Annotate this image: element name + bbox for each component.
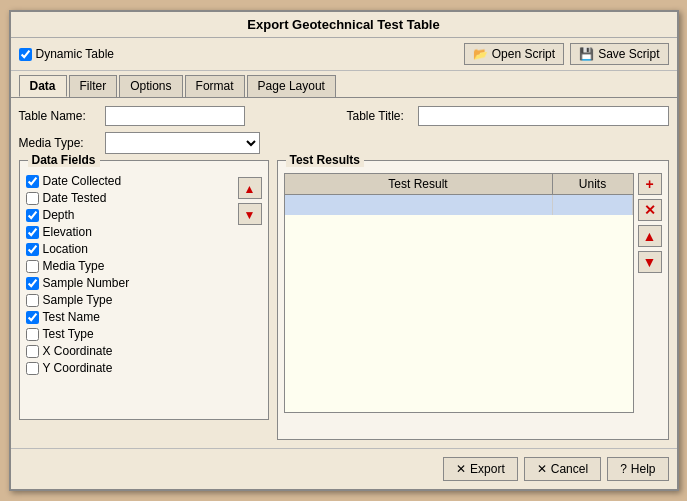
table-name-label: Table Name: (19, 109, 99, 123)
toolbar: Dynamic Table 📂 Open Script 💾 Save Scrip… (11, 38, 677, 71)
media-type-checkbox[interactable] (26, 260, 39, 273)
list-item[interactable]: Sample Number (26, 275, 234, 291)
tab-bar: Data Filter Options Format Page Layout (11, 71, 677, 98)
title-bar: Export Geotechnical Test Table (11, 12, 677, 38)
help-button[interactable]: ? Help (607, 457, 668, 481)
test-type-checkbox[interactable] (26, 328, 39, 341)
test-name-checkbox[interactable] (26, 311, 39, 324)
help-icon: ? (620, 462, 627, 476)
footer: ✕ Export ✕ Cancel ? Help (11, 448, 677, 489)
media-type-select[interactable] (105, 132, 260, 154)
location-checkbox[interactable] (26, 243, 39, 256)
dynamic-table-label[interactable]: Dynamic Table (19, 47, 114, 61)
toolbar-left: Dynamic Table (19, 47, 114, 61)
test-results-title: Test Results (286, 153, 364, 167)
folder-icon: 📂 (473, 47, 488, 61)
side-buttons: + ✕ ▲ ▼ (638, 173, 662, 413)
export-button[interactable]: ✕ Export (443, 457, 518, 481)
move-row-up-button[interactable]: ▲ (638, 225, 662, 247)
tab-data[interactable]: Data (19, 75, 67, 97)
col-units: Units (553, 174, 633, 194)
list-item[interactable]: Test Type (26, 326, 234, 342)
sample-type-checkbox[interactable] (26, 294, 39, 307)
results-area: Test Result Units + ✕ (284, 173, 662, 413)
dynamic-table-text: Dynamic Table (36, 47, 114, 61)
table-title-row: Table Title: (347, 106, 669, 126)
table-row[interactable] (285, 195, 633, 215)
main-window: Export Geotechnical Test Table Dynamic T… (9, 10, 679, 491)
data-fields-title: Data Fields (28, 153, 100, 167)
right-panel: Test Results Test Result Units (277, 160, 669, 440)
x-coordinate-checkbox[interactable] (26, 345, 39, 358)
save-script-button[interactable]: 💾 Save Script (570, 43, 668, 65)
table-body (285, 215, 633, 413)
tab-content: Table Name: Table Title: Media Type: Dat… (11, 98, 677, 448)
list-item[interactable]: Y Coordinate (26, 360, 234, 376)
open-script-label: Open Script (492, 47, 555, 61)
elevation-checkbox[interactable] (26, 226, 39, 239)
export-label: Export (470, 462, 505, 476)
list-item[interactable]: Media Type (26, 258, 234, 274)
cancel-icon: ✕ (537, 462, 547, 476)
tab-format[interactable]: Format (185, 75, 245, 97)
arrow-buttons (238, 173, 262, 376)
media-type-label: Media Type: (19, 136, 99, 150)
toolbar-right: 📂 Open Script 💾 Save Script (464, 43, 669, 65)
list-item[interactable]: X Coordinate (26, 343, 234, 359)
tab-page-layout[interactable]: Page Layout (247, 75, 336, 97)
dynamic-table-checkbox[interactable] (19, 48, 32, 61)
window-title: Export Geotechnical Test Table (247, 17, 439, 32)
table-header: Test Result Units (285, 174, 633, 195)
sample-number-checkbox[interactable] (26, 277, 39, 290)
table-name-input[interactable] (105, 106, 245, 126)
tab-options[interactable]: Options (119, 75, 182, 97)
date-tested-checkbox[interactable] (26, 192, 39, 205)
list-item[interactable]: Sample Type (26, 292, 234, 308)
top-form-row: Table Name: Table Title: (19, 106, 669, 126)
list-item[interactable]: Date Collected (26, 173, 234, 189)
move-down-button[interactable] (238, 203, 262, 225)
cancel-button[interactable]: ✕ Cancel (524, 457, 601, 481)
list-item[interactable]: Date Tested (26, 190, 234, 206)
help-label: Help (631, 462, 656, 476)
add-row-button[interactable]: + (638, 173, 662, 195)
cell-test-result (285, 195, 553, 215)
save-script-label: Save Script (598, 47, 659, 61)
move-row-down-button[interactable]: ▼ (638, 251, 662, 273)
y-coordinate-checkbox[interactable] (26, 362, 39, 375)
tab-filter[interactable]: Filter (69, 75, 118, 97)
left-panel: Data Fields Date Collected Date Tested (19, 160, 269, 440)
open-script-button[interactable]: 📂 Open Script (464, 43, 564, 65)
cancel-label: Cancel (551, 462, 588, 476)
depth-checkbox[interactable] (26, 209, 39, 222)
media-type-row: Media Type: (19, 132, 669, 154)
test-results-group: Test Results Test Result Units (277, 160, 669, 440)
remove-row-button[interactable]: ✕ (638, 199, 662, 221)
checkbox-list: Date Collected Date Tested Depth (26, 173, 234, 376)
results-table: Test Result Units (284, 173, 634, 413)
date-collected-checkbox[interactable] (26, 175, 39, 188)
list-item[interactable]: Test Name (26, 309, 234, 325)
list-item[interactable]: Location (26, 241, 234, 257)
table-name-row: Table Name: (19, 106, 341, 126)
move-up-button[interactable] (238, 177, 262, 199)
list-item[interactable]: Depth (26, 207, 234, 223)
data-fields-content: Date Collected Date Tested Depth (26, 173, 262, 376)
arrow-up-icon (244, 180, 256, 196)
arrow-down-icon (244, 206, 256, 222)
data-fields-group: Data Fields Date Collected Date Tested (19, 160, 269, 420)
save-icon: 💾 (579, 47, 594, 61)
table-title-label: Table Title: (347, 109, 412, 123)
col-test-result: Test Result (285, 174, 553, 194)
table-title-input[interactable] (418, 106, 669, 126)
cell-units (553, 195, 633, 215)
list-item[interactable]: Elevation (26, 224, 234, 240)
main-area: Data Fields Date Collected Date Tested (19, 160, 669, 440)
export-icon: ✕ (456, 462, 466, 476)
